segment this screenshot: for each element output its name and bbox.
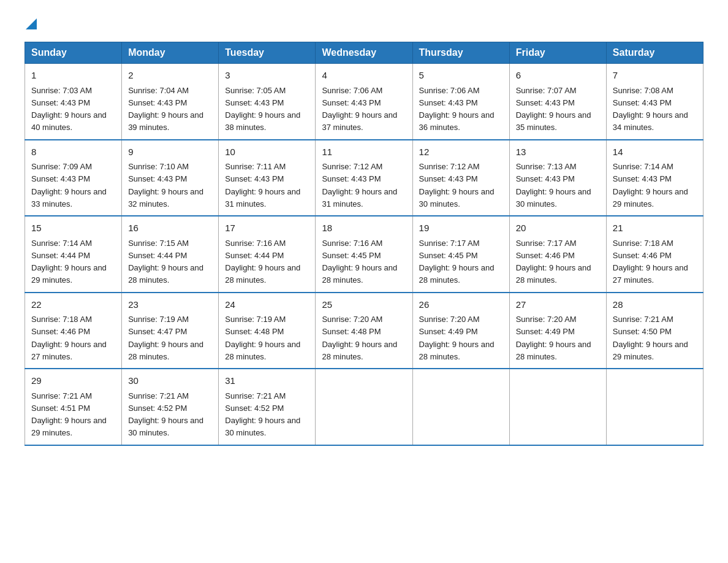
calendar-day-cell: 8Sunrise: 7:09 AMSunset: 4:43 PMDaylight… xyxy=(25,140,122,216)
day-number: 23 xyxy=(128,298,212,312)
day-number: 2 xyxy=(128,69,212,83)
day-number: 16 xyxy=(128,221,212,236)
day-number: 22 xyxy=(31,298,115,312)
day-info: Sunrise: 7:06 AMSunset: 4:43 PMDaylight:… xyxy=(322,86,397,132)
calendar-day-cell: 18Sunrise: 7:16 AMSunset: 4:45 PMDayligh… xyxy=(316,216,412,293)
calendar-week-row: 1Sunrise: 7:03 AMSunset: 4:43 PMDaylight… xyxy=(25,64,703,140)
day-number: 24 xyxy=(225,298,309,312)
day-info: Sunrise: 7:21 AMSunset: 4:50 PMDaylight:… xyxy=(613,315,688,361)
day-number: 29 xyxy=(31,374,115,388)
logo-triangle-icon xyxy=(26,18,37,29)
day-info: Sunrise: 7:12 AMSunset: 4:43 PMDaylight:… xyxy=(419,162,495,209)
day-number: 13 xyxy=(516,145,600,159)
calendar-day-cell: 13Sunrise: 7:13 AMSunset: 4:43 PMDayligh… xyxy=(509,140,606,216)
svg-marker-0 xyxy=(26,18,37,29)
calendar-week-row: 8Sunrise: 7:09 AMSunset: 4:43 PMDaylight… xyxy=(25,140,703,216)
day-info: Sunrise: 7:06 AMSunset: 4:43 PMDaylight:… xyxy=(419,86,495,132)
calendar-header-row: SundayMondayTuesdayWednesdayThursdayFrid… xyxy=(25,42,703,64)
day-number: 12 xyxy=(419,145,503,159)
day-of-week-header: Tuesday xyxy=(219,42,316,64)
day-number: 15 xyxy=(31,221,115,236)
day-info: Sunrise: 7:11 AMSunset: 4:43 PMDaylight:… xyxy=(225,162,300,209)
day-number: 25 xyxy=(322,298,406,312)
calendar-day-cell: 28Sunrise: 7:21 AMSunset: 4:50 PMDayligh… xyxy=(606,293,703,369)
day-info: Sunrise: 7:15 AMSunset: 4:44 PMDaylight:… xyxy=(128,239,203,285)
day-info: Sunrise: 7:18 AMSunset: 4:46 PMDaylight:… xyxy=(613,239,688,285)
day-number: 19 xyxy=(419,221,503,236)
day-of-week-header: Friday xyxy=(509,42,606,64)
day-info: Sunrise: 7:10 AMSunset: 4:43 PMDaylight:… xyxy=(128,162,203,209)
calendar-day-cell: 30Sunrise: 7:21 AMSunset: 4:52 PMDayligh… xyxy=(122,369,219,445)
day-number: 20 xyxy=(516,221,600,236)
day-number: 28 xyxy=(613,298,697,312)
calendar-day-cell: 6Sunrise: 7:07 AMSunset: 4:43 PMDaylight… xyxy=(509,64,606,140)
calendar-day-cell: 29Sunrise: 7:21 AMSunset: 4:51 PMDayligh… xyxy=(25,369,122,445)
page-header xyxy=(25,18,703,29)
day-info: Sunrise: 7:20 AMSunset: 4:48 PMDaylight:… xyxy=(322,315,397,361)
day-info: Sunrise: 7:05 AMSunset: 4:43 PMDaylight:… xyxy=(225,86,300,132)
calendar-week-row: 22Sunrise: 7:18 AMSunset: 4:46 PMDayligh… xyxy=(25,293,703,369)
day-number: 21 xyxy=(613,221,697,236)
calendar-day-cell xyxy=(412,369,509,445)
calendar-day-cell: 31Sunrise: 7:21 AMSunset: 4:52 PMDayligh… xyxy=(219,369,316,445)
day-info: Sunrise: 7:21 AMSunset: 4:52 PMDaylight:… xyxy=(128,391,203,438)
day-info: Sunrise: 7:17 AMSunset: 4:46 PMDaylight:… xyxy=(516,239,591,285)
calendar-day-cell: 27Sunrise: 7:20 AMSunset: 4:49 PMDayligh… xyxy=(509,293,606,369)
calendar-day-cell: 21Sunrise: 7:18 AMSunset: 4:46 PMDayligh… xyxy=(606,216,703,293)
calendar-day-cell: 12Sunrise: 7:12 AMSunset: 4:43 PMDayligh… xyxy=(412,140,509,216)
day-info: Sunrise: 7:21 AMSunset: 4:52 PMDaylight:… xyxy=(225,391,300,438)
calendar-day-cell: 22Sunrise: 7:18 AMSunset: 4:46 PMDayligh… xyxy=(25,293,122,369)
day-of-week-header: Wednesday xyxy=(316,42,412,64)
day-info: Sunrise: 7:12 AMSunset: 4:43 PMDaylight:… xyxy=(322,162,397,209)
calendar-day-cell: 5Sunrise: 7:06 AMSunset: 4:43 PMDaylight… xyxy=(412,64,509,140)
day-number: 3 xyxy=(225,69,309,83)
calendar-day-cell: 7Sunrise: 7:08 AMSunset: 4:43 PMDaylight… xyxy=(606,64,703,140)
calendar-day-cell: 24Sunrise: 7:19 AMSunset: 4:48 PMDayligh… xyxy=(219,293,316,369)
day-number: 5 xyxy=(419,69,503,83)
calendar-day-cell: 16Sunrise: 7:15 AMSunset: 4:44 PMDayligh… xyxy=(122,216,219,293)
calendar-day-cell: 10Sunrise: 7:11 AMSunset: 4:43 PMDayligh… xyxy=(219,140,316,216)
calendar-day-cell xyxy=(316,369,412,445)
day-number: 30 xyxy=(128,374,212,388)
calendar-day-cell: 11Sunrise: 7:12 AMSunset: 4:43 PMDayligh… xyxy=(316,140,412,216)
calendar-week-row: 15Sunrise: 7:14 AMSunset: 4:44 PMDayligh… xyxy=(25,216,703,293)
day-info: Sunrise: 7:13 AMSunset: 4:43 PMDaylight:… xyxy=(516,162,591,209)
day-number: 4 xyxy=(322,69,406,83)
day-number: 11 xyxy=(322,145,406,159)
day-info: Sunrise: 7:14 AMSunset: 4:44 PMDaylight:… xyxy=(31,239,107,285)
calendar-day-cell: 26Sunrise: 7:20 AMSunset: 4:49 PMDayligh… xyxy=(412,293,509,369)
day-info: Sunrise: 7:03 AMSunset: 4:43 PMDaylight:… xyxy=(31,86,107,132)
day-number: 27 xyxy=(516,298,600,312)
day-number: 9 xyxy=(128,145,212,159)
calendar-day-cell xyxy=(509,369,606,445)
day-info: Sunrise: 7:19 AMSunset: 4:47 PMDaylight:… xyxy=(128,315,203,361)
day-info: Sunrise: 7:20 AMSunset: 4:49 PMDaylight:… xyxy=(516,315,591,361)
calendar-day-cell: 2Sunrise: 7:04 AMSunset: 4:43 PMDaylight… xyxy=(122,64,219,140)
day-info: Sunrise: 7:19 AMSunset: 4:48 PMDaylight:… xyxy=(225,315,300,361)
day-of-week-header: Saturday xyxy=(606,42,703,64)
calendar-day-cell: 4Sunrise: 7:06 AMSunset: 4:43 PMDaylight… xyxy=(316,64,412,140)
day-info: Sunrise: 7:07 AMSunset: 4:43 PMDaylight:… xyxy=(516,86,591,132)
day-number: 26 xyxy=(419,298,503,312)
day-info: Sunrise: 7:17 AMSunset: 4:45 PMDaylight:… xyxy=(419,239,495,285)
day-number: 6 xyxy=(516,69,600,83)
day-info: Sunrise: 7:21 AMSunset: 4:51 PMDaylight:… xyxy=(31,391,107,438)
calendar-day-cell: 15Sunrise: 7:14 AMSunset: 4:44 PMDayligh… xyxy=(25,216,122,293)
calendar-day-cell: 17Sunrise: 7:16 AMSunset: 4:44 PMDayligh… xyxy=(219,216,316,293)
day-number: 31 xyxy=(225,374,309,388)
day-number: 14 xyxy=(613,145,697,159)
day-info: Sunrise: 7:16 AMSunset: 4:45 PMDaylight:… xyxy=(322,239,397,285)
day-number: 18 xyxy=(322,221,406,236)
calendar-day-cell: 25Sunrise: 7:20 AMSunset: 4:48 PMDayligh… xyxy=(316,293,412,369)
calendar-day-cell: 1Sunrise: 7:03 AMSunset: 4:43 PMDaylight… xyxy=(25,64,122,140)
day-info: Sunrise: 7:09 AMSunset: 4:43 PMDaylight:… xyxy=(31,162,107,209)
day-of-week-header: Monday xyxy=(122,42,219,64)
calendar-day-cell: 19Sunrise: 7:17 AMSunset: 4:45 PMDayligh… xyxy=(412,216,509,293)
calendar-table: SundayMondayTuesdayWednesdayThursdayFrid… xyxy=(25,42,703,446)
logo xyxy=(25,18,37,29)
day-number: 8 xyxy=(31,145,115,159)
day-of-week-header: Thursday xyxy=(412,42,509,64)
day-info: Sunrise: 7:08 AMSunset: 4:43 PMDaylight:… xyxy=(613,86,688,132)
day-info: Sunrise: 7:14 AMSunset: 4:43 PMDaylight:… xyxy=(613,162,688,209)
calendar-day-cell: 3Sunrise: 7:05 AMSunset: 4:43 PMDaylight… xyxy=(219,64,316,140)
